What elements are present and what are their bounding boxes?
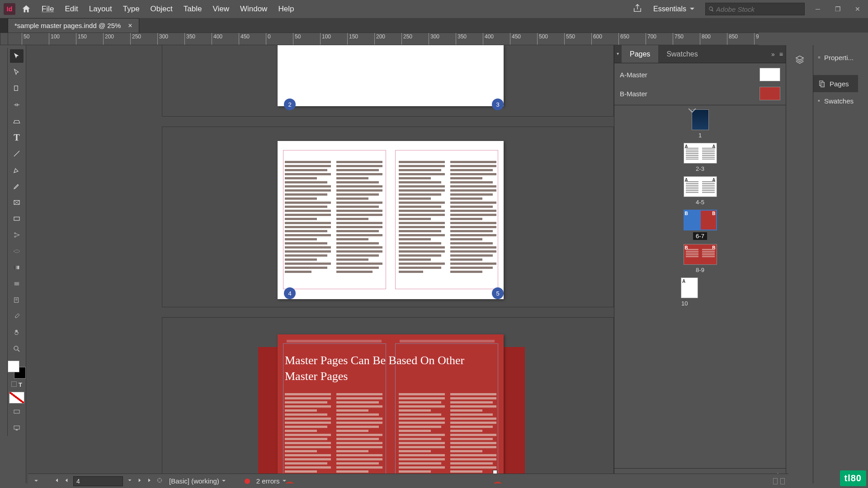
page-dropdown-icon[interactable] bbox=[127, 477, 133, 485]
first-page-button[interactable] bbox=[53, 477, 60, 485]
side-tab-properties[interactable]: Properti... bbox=[813, 49, 858, 66]
share-icon[interactable] bbox=[632, 3, 642, 15]
view-mode-toggle[interactable] bbox=[10, 405, 24, 418]
page-thumb-2[interactable]: A bbox=[684, 143, 700, 163]
menu-file[interactable]: File bbox=[37, 2, 58, 16]
gradient-swatch-tool[interactable] bbox=[10, 261, 24, 274]
master-thumb-b[interactable] bbox=[760, 87, 780, 100]
spread-thumb-8-9[interactable]: B B 8-9 bbox=[614, 244, 786, 273]
adobe-stock-search[interactable] bbox=[705, 3, 805, 15]
page-3[interactable] bbox=[391, 45, 504, 106]
close-tab-icon[interactable]: × bbox=[128, 22, 132, 30]
tab-swatches[interactable]: Swatches bbox=[658, 45, 706, 63]
scissors-tool[interactable] bbox=[10, 228, 24, 242]
application-menu-bar: Id File Edit Layout Type Object Table Vi… bbox=[0, 0, 868, 18]
menu-edit[interactable]: Edit bbox=[60, 2, 82, 16]
pen-tool[interactable] bbox=[10, 163, 24, 177]
panel-menu-icon[interactable]: ≡ bbox=[779, 51, 783, 58]
hand-tool[interactable] bbox=[10, 326, 24, 339]
page-thumbnails-area[interactable]: 1 A A 2-3 A A 4-5 bbox=[614, 105, 786, 468]
menu-type[interactable]: Type bbox=[118, 2, 144, 16]
menu-layout[interactable]: Layout bbox=[85, 2, 117, 16]
right-side-tabs: Properti... Pages Swatches bbox=[813, 45, 858, 483]
window-minimize-icon[interactable]: ─ bbox=[811, 2, 825, 16]
vertical-ruler[interactable] bbox=[0, 48, 8, 436]
page-thumb-10[interactable]: A bbox=[681, 278, 698, 298]
document-tab[interactable]: *sample master pages.indd @ 25% × bbox=[8, 18, 139, 33]
spread-4-5[interactable] bbox=[278, 141, 504, 299]
spread-thumb-1[interactable]: 1 bbox=[614, 110, 786, 139]
apply-none-icon[interactable] bbox=[9, 392, 24, 404]
preflight-errors-dropdown[interactable]: 2 errors bbox=[254, 476, 289, 486]
page-thumb-7[interactable]: B bbox=[700, 210, 717, 230]
pencil-tool[interactable] bbox=[10, 179, 24, 193]
master-thumb-a[interactable] bbox=[760, 68, 780, 81]
page-thumb-3[interactable]: A bbox=[700, 143, 717, 163]
master-row-a[interactable]: A-Master bbox=[614, 65, 786, 84]
spread-6-7[interactable]: Master Pages Can Be Based On Other Maste… bbox=[278, 334, 504, 483]
spread-thumb-4-5[interactable]: A A 4-5 bbox=[614, 177, 786, 206]
side-tab-swatches[interactable]: Swatches bbox=[813, 92, 858, 109]
last-page-button[interactable] bbox=[146, 477, 153, 485]
menu-window[interactable]: Window bbox=[236, 2, 272, 16]
rectangle-frame-tool[interactable] bbox=[10, 196, 24, 209]
selection-tool[interactable] bbox=[10, 49, 24, 63]
page-tool[interactable] bbox=[10, 82, 24, 95]
page-4[interactable] bbox=[278, 141, 391, 299]
menu-view[interactable]: View bbox=[208, 2, 234, 16]
page-thumb-8[interactable]: B bbox=[684, 244, 700, 264]
headline-text-frame[interactable]: Master Pages Can Be Based On Other Maste… bbox=[285, 352, 484, 384]
collapse-panel-icon[interactable]: ▸ bbox=[616, 53, 621, 55]
gap-tool[interactable] bbox=[10, 98, 24, 112]
layers-panel-icon[interactable] bbox=[790, 51, 810, 69]
page-thumb-6[interactable]: B bbox=[684, 210, 700, 230]
spread-thumb-6-7[interactable]: B B 6-7 bbox=[614, 210, 786, 240]
split-view-controls[interactable] bbox=[773, 478, 785, 484]
window-close-icon[interactable]: ✕ bbox=[851, 2, 864, 16]
eyedropper-tool[interactable] bbox=[10, 310, 24, 323]
home-icon[interactable] bbox=[17, 0, 35, 18]
expand-panel-icon[interactable]: » bbox=[771, 51, 775, 58]
side-tab-pages[interactable]: Pages bbox=[813, 75, 858, 92]
free-transform-tool[interactable] bbox=[10, 244, 24, 258]
document-canvas[interactable]: 2 3 4 5 bbox=[26, 45, 614, 483]
note-tool[interactable] bbox=[10, 293, 24, 307]
menu-table[interactable]: Table bbox=[179, 2, 207, 16]
workspace-dropdown[interactable]: Essentials bbox=[649, 3, 699, 15]
apply-to-container-icon[interactable] bbox=[11, 381, 17, 387]
next-page-button[interactable] bbox=[137, 477, 143, 485]
page-thumb-5[interactable]: A bbox=[700, 177, 717, 197]
zoom-dropdown[interactable] bbox=[32, 478, 50, 484]
page-thumb-1[interactable] bbox=[692, 110, 708, 130]
rectangle-tool[interactable] bbox=[10, 212, 24, 225]
page-thumb-9[interactable]: B bbox=[700, 244, 717, 264]
spread-thumb-2-3[interactable]: A A 2-3 bbox=[614, 143, 786, 172]
direct-selection-tool[interactable] bbox=[10, 66, 24, 79]
gradient-feather-tool[interactable] bbox=[10, 277, 24, 291]
type-tool[interactable]: T bbox=[10, 131, 24, 144]
open-navigator-icon[interactable] bbox=[156, 477, 163, 485]
screen-mode-toggle[interactable] bbox=[10, 421, 24, 435]
fill-color[interactable] bbox=[8, 361, 19, 372]
adobe-stock-input[interactable] bbox=[716, 5, 802, 13]
fill-stroke-swatch[interactable] bbox=[8, 361, 26, 379]
page-thumb-4[interactable]: A bbox=[684, 177, 700, 197]
apply-to-text-icon[interactable]: T bbox=[19, 381, 22, 388]
line-tool[interactable] bbox=[10, 147, 24, 160]
content-collector-tool[interactable] bbox=[10, 114, 24, 128]
window-restore-icon[interactable]: ❐ bbox=[831, 2, 844, 16]
page-number-input[interactable] bbox=[73, 476, 123, 486]
zoom-tool[interactable] bbox=[10, 342, 24, 356]
horizontal-ruler[interactable]: 5010015020025030035040045005010015020025… bbox=[8, 33, 759, 45]
preflight-profile-dropdown[interactable]: [Basic] (working) bbox=[166, 476, 228, 486]
spread-2-3[interactable] bbox=[278, 45, 504, 106]
prev-page-button[interactable] bbox=[63, 477, 70, 485]
page-2[interactable] bbox=[278, 45, 391, 106]
spread-thumb-10[interactable]: A 10 bbox=[614, 278, 786, 307]
page-5[interactable] bbox=[391, 141, 504, 299]
ruler-origin[interactable] bbox=[0, 33, 8, 45]
tab-pages[interactable]: Pages bbox=[622, 45, 658, 63]
menu-help[interactable]: Help bbox=[274, 2, 298, 16]
master-row-b[interactable]: B-Master bbox=[614, 84, 786, 103]
menu-object[interactable]: Object bbox=[146, 2, 177, 16]
